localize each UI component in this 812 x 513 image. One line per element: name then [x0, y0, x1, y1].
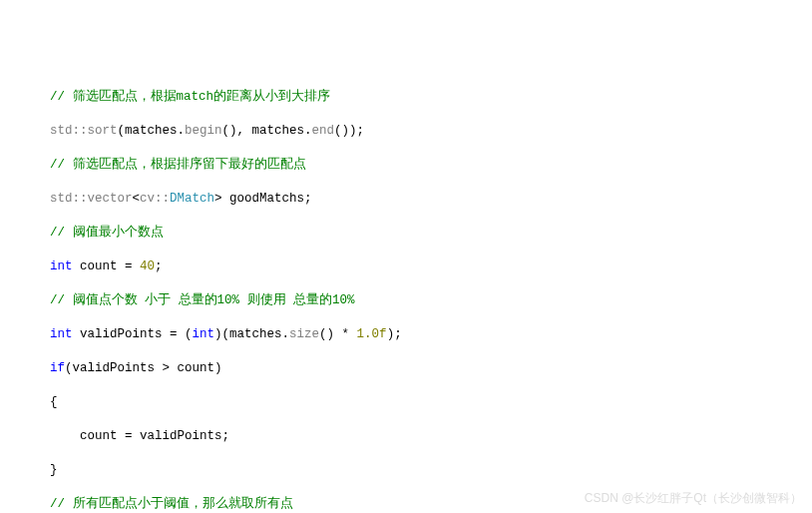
code-line: // 阈值最小个数点 [22, 225, 812, 242]
comment: // 所有匹配点小于阈值，那么就取所有点 [50, 497, 293, 511]
code-line: } [22, 462, 812, 479]
watermark: CSDN @长沙红胖子Qt（长沙创微智科） [585, 490, 802, 507]
code-line: if(validPoints > count) [22, 360, 812, 377]
code-line: count = validPoints; [22, 428, 812, 445]
code-line: int validPoints = (int)(matches.size() *… [22, 326, 812, 343]
comment: // 筛选匹配点，根据排序留下最好的匹配点 [50, 158, 306, 172]
code-editor: // 筛选匹配点，根据match的距离从小到大排序 std::sort(matc… [22, 72, 812, 513]
code-line: { [22, 394, 812, 411]
code-line: std::sort(matches.begin(), matches.end()… [22, 123, 812, 140]
code-line: // 阈值点个数 小于 总量的10% 则使用 总量的10% [22, 292, 812, 309]
code-line: // 筛选匹配点，根据match的距离从小到大排序 [22, 89, 812, 106]
code-line: std::vector<cv::DMatch> goodMatchs; [22, 191, 812, 208]
code-line: int count = 40; [22, 258, 812, 275]
comment: // 阈值点个数 小于 总量的10% 则使用 总量的10% [50, 293, 355, 307]
comment: // 阈值最小个数点 [50, 226, 164, 240]
comment: // 筛选匹配点，根据match的距离从小到大排序 [50, 90, 330, 104]
code-line: // 筛选匹配点，根据排序留下最好的匹配点 [22, 157, 812, 174]
